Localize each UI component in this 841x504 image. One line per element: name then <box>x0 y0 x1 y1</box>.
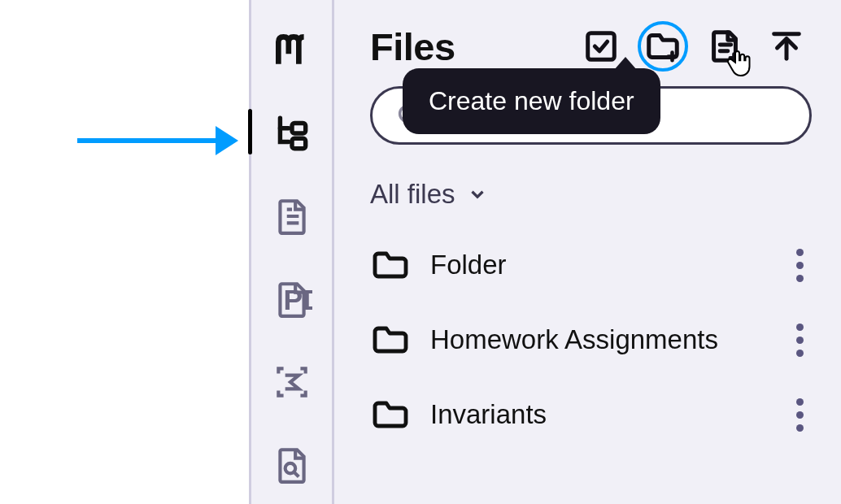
item-menu-button[interactable] <box>787 324 812 357</box>
pointer-arrow-annotation <box>77 126 238 155</box>
upload-button[interactable] <box>761 21 812 72</box>
svg-point-3 <box>285 463 295 474</box>
list-item-label: Folder <box>430 250 766 280</box>
svg-rect-0 <box>292 124 306 134</box>
app-logo-icon[interactable] <box>268 26 316 75</box>
filter-dropdown[interactable]: All files <box>370 179 488 210</box>
files-header: Files <box>370 21 812 72</box>
nav-rail: PDF <box>251 0 334 504</box>
new-file-button[interactable] <box>699 21 750 72</box>
item-menu-button[interactable] <box>787 249 812 282</box>
list-item-label: Invariants <box>430 399 766 430</box>
filter-label: All files <box>370 179 455 210</box>
pdf-icon[interactable]: PDF <box>268 275 316 324</box>
list-item[interactable]: Invariants <box>370 377 812 452</box>
document-icon[interactable] <box>268 192 316 241</box>
page-title: Files <box>370 24 455 69</box>
files-content: Files Create new folder <box>334 0 841 504</box>
file-search-icon[interactable] <box>268 441 316 489</box>
list-item[interactable]: Homework Assignments <box>370 302 812 377</box>
file-tree-icon[interactable] <box>268 109 316 158</box>
formula-scan-icon[interactable] <box>268 358 316 406</box>
folder-icon <box>370 395 409 434</box>
new-folder-button[interactable] <box>638 21 688 72</box>
chevron-down-icon <box>467 184 488 205</box>
files-panel: PDF Files <box>249 0 841 504</box>
tooltip-create-folder: Create new folder <box>403 68 660 134</box>
svg-rect-1 <box>292 138 306 149</box>
item-menu-button[interactable] <box>787 398 812 432</box>
svg-text:PDF: PDF <box>283 284 312 316</box>
list-item[interactable]: Folder <box>370 228 812 302</box>
folder-icon <box>370 245 409 285</box>
folder-icon <box>370 320 409 359</box>
list-item-label: Homework Assignments <box>430 324 766 355</box>
file-list: Folder Homework Assignments Invariants <box>370 228 812 452</box>
